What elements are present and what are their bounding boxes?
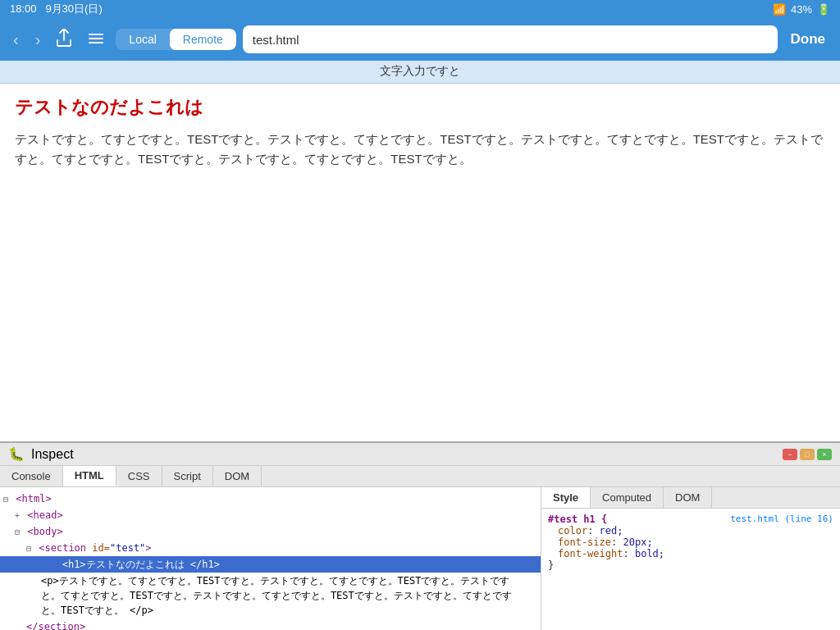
devtools-close-button[interactable]: − (783, 449, 797, 460)
right-tab-computed[interactable]: Computed (591, 487, 664, 508)
style-prop-font-weight: font-weight: bold; (558, 548, 833, 559)
tree-p: <p>テストですと。てすとですと。TESTですと。テストですと。てすとですと。T… (0, 573, 525, 619)
html-tree: ⊟ <html> + <head> ⊟ <body> ⊟ <section id… (0, 487, 541, 630)
expand-icon[interactable]: ⊟ (3, 495, 8, 504)
devtools-tab-bar: Console HTML CSS Script DOM (0, 466, 840, 487)
page-heading: テストなのだよこれは (15, 95, 825, 120)
tab-html[interactable]: HTML (63, 466, 116, 486)
tree-head: + <head> (0, 507, 541, 523)
tab-css[interactable]: CSS (116, 466, 162, 486)
devtools-titlebar: 🐛 Inspect − □ × (0, 443, 840, 466)
done-button[interactable]: Done (784, 28, 833, 51)
share-button[interactable] (52, 25, 76, 54)
expand-icon[interactable]: + (15, 511, 20, 520)
remote-tab[interactable]: Remote (170, 29, 236, 50)
tree-html: ⊟ <html> (0, 491, 541, 507)
style-selector: #test h1 { (548, 514, 607, 525)
bookmarks-button[interactable] (83, 27, 109, 52)
style-source[interactable]: test.html (line 16) (730, 514, 833, 524)
forward-button[interactable]: › (30, 27, 46, 52)
style-props: color: red; font-size: 20px; font-weight… (548, 525, 833, 559)
devtools-title: Inspect (31, 447, 74, 462)
wifi-icon: 📶 (773, 3, 786, 16)
devtools-body: ⊟ <html> + <head> ⊟ <body> ⊟ <section id… (0, 487, 840, 630)
devtools-panel: 🐛 Inspect − □ × Console HTML CSS Script … (0, 441, 840, 630)
tree-section: ⊟ <section id="test"> (0, 540, 541, 556)
local-tab[interactable]: Local (116, 29, 169, 50)
right-tab-dom[interactable]: DOM (664, 487, 712, 508)
browser-toolbar: ‹ › Local Remote Done (0, 18, 840, 61)
status-time-date: 18:00 9月30日(日) (10, 2, 103, 16)
url-input[interactable] (243, 25, 778, 53)
status-bar: 18:00 9月30日(日) 📶 43% 🔋 (0, 0, 840, 18)
devtools-window-controls: − □ × (783, 449, 832, 460)
style-prop-font-size: font-size: 20px; (558, 536, 833, 548)
back-button[interactable]: ‹ (8, 27, 24, 52)
style-content: test.html (line 16) #test h1 { color: re… (541, 509, 840, 576)
sub-toolbar: 文字入力ですと (0, 61, 840, 84)
battery-icon: 🔋 (817, 3, 830, 16)
tree-h1[interactable]: <h1>テストなのだよこれは </h1> (0, 556, 541, 573)
expand-icon[interactable]: ⊟ (26, 544, 31, 553)
local-remote-tabs: Local Remote (116, 29, 236, 50)
page-paragraph: テストですと。てすとですと。TESTですと。テストですと。てすとですと。TEST… (15, 130, 825, 169)
right-tab-style[interactable]: Style (541, 487, 591, 508)
tab-script[interactable]: Script (162, 466, 213, 486)
expand-icon[interactable]: ⊟ (15, 527, 20, 536)
devtools-minimize-button[interactable]: □ (800, 449, 815, 460)
style-close-brace: } (548, 559, 833, 571)
tab-console[interactable]: Console (0, 466, 63, 486)
tab-dom[interactable]: DOM (213, 466, 262, 486)
devtools-bug-icon: 🐛 (8, 446, 25, 462)
devtools-maximize-button[interactable]: × (817, 449, 832, 460)
style-panel: Style Computed DOM test.html (line 16) #… (541, 487, 840, 630)
tree-section-close: </section> (0, 619, 541, 630)
tree-body: ⊟ <body> (0, 523, 541, 540)
battery-level: 43% (791, 3, 812, 16)
browser-content: テストなのだよこれは テストですと。てすとですと。TESTですと。テストですと。… (0, 84, 840, 441)
status-indicators: 📶 43% 🔋 (773, 3, 830, 16)
style-prop-color: color: red; (558, 525, 833, 536)
right-tab-bar: Style Computed DOM (541, 487, 840, 509)
style-source-line: test.html (line 16) #test h1 { (548, 514, 833, 525)
